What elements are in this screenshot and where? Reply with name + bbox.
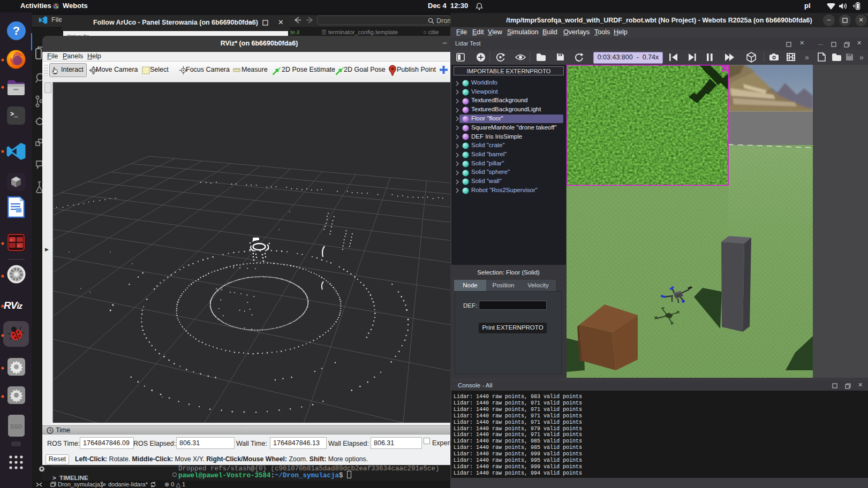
- svg-text:?: ?: [13, 24, 20, 37]
- svg-text:>_: >_: [10, 111, 18, 118]
- svg-text:SSD: SSD: [10, 423, 22, 430]
- svg-text:>: >: [10, 238, 12, 242]
- svg-text:>: >: [18, 244, 20, 248]
